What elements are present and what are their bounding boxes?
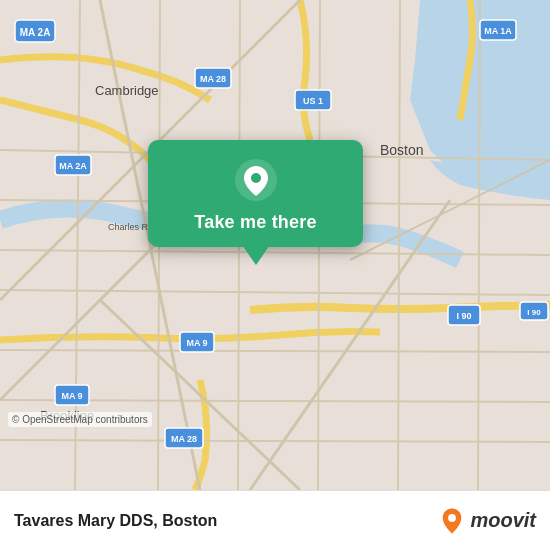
moovit-brand-text: moovit [470, 509, 536, 532]
svg-text:MA 1A: MA 1A [484, 26, 512, 36]
svg-text:MA 9: MA 9 [61, 391, 82, 401]
svg-text:I 90: I 90 [527, 308, 541, 317]
take-me-there-button[interactable]: Take me there [194, 212, 316, 233]
svg-text:MA 28: MA 28 [171, 434, 197, 444]
bottom-bar: Tavares Mary DDS, Boston moovit [0, 490, 550, 550]
moovit-pin-icon [438, 507, 466, 535]
location-popup[interactable]: Take me there [148, 140, 363, 247]
map-container: MA 2A MA 2A US 1 MA 1A I 90 I 90 MA 9 MA… [0, 0, 550, 490]
svg-text:Cambridge: Cambridge [95, 83, 159, 98]
map-attribution: © OpenStreetMap contributors [8, 412, 152, 427]
svg-text:MA 2A: MA 2A [59, 161, 87, 171]
location-pin-icon [234, 158, 278, 202]
svg-text:MA 2A: MA 2A [20, 27, 51, 38]
svg-point-47 [449, 514, 457, 522]
svg-point-46 [251, 173, 261, 183]
svg-text:Boston: Boston [380, 142, 424, 158]
moovit-logo: moovit [438, 507, 536, 535]
svg-text:I 90: I 90 [456, 311, 471, 321]
svg-text:MA 9: MA 9 [186, 338, 207, 348]
place-title: Tavares Mary DDS, Boston [14, 512, 438, 530]
svg-text:MA 28: MA 28 [200, 74, 226, 84]
svg-text:US 1: US 1 [303, 96, 323, 106]
